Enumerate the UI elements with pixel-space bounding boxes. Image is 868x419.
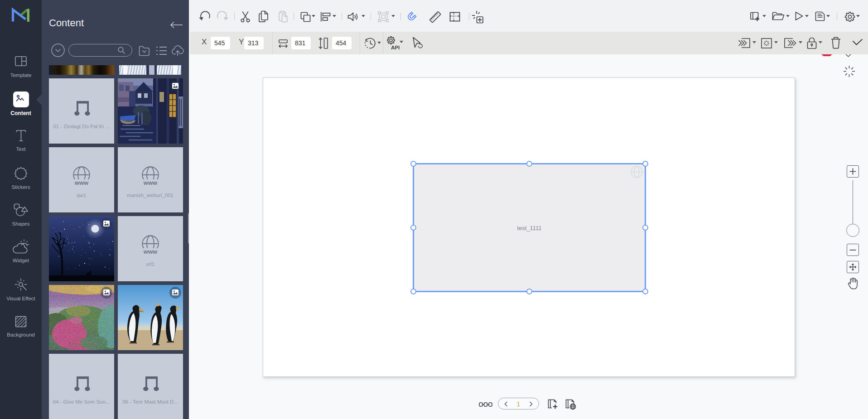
svg-text:www: www bbox=[74, 179, 88, 186]
svg-text:www: www bbox=[143, 179, 157, 186]
svg-text:API: API bbox=[391, 45, 400, 50]
svg-text:www: www bbox=[143, 248, 157, 255]
